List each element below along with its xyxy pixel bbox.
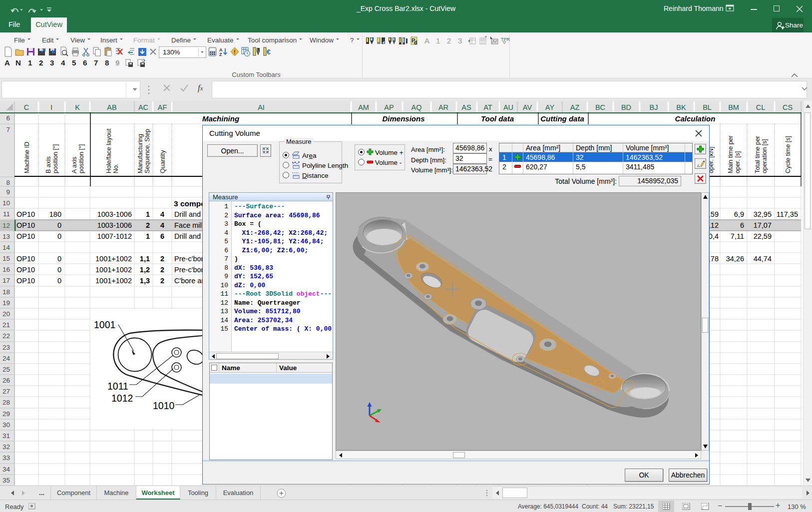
svg-text:OP10: OP10 bbox=[16, 232, 35, 240]
svg-text:6,9: 6,9 bbox=[734, 210, 744, 218]
svg-text:AU: AU bbox=[503, 103, 513, 111]
svg-text:No.: No. bbox=[112, 164, 119, 173]
svg-text:9: 9 bbox=[6, 188, 10, 196]
svg-text:29: 29 bbox=[2, 410, 10, 418]
svg-text:1007-1012: 1007-1012 bbox=[97, 232, 132, 240]
svg-text:A axis: A axis bbox=[71, 157, 78, 173]
svg-text:0: 0 bbox=[57, 232, 61, 240]
svg-text:OP10: OP10 bbox=[16, 210, 35, 218]
svg-text:20: 20 bbox=[2, 310, 10, 318]
svg-text:23: 23 bbox=[2, 344, 10, 351]
svg-text:6: 6 bbox=[740, 221, 744, 229]
svg-text:7: 7 bbox=[6, 126, 10, 133]
svg-text:OP10: OP10 bbox=[16, 221, 35, 229]
svg-text:Sequence, Step: Sequence, Step bbox=[144, 129, 151, 173]
svg-text:28: 28 bbox=[2, 399, 10, 406]
svg-text:16: 16 bbox=[2, 266, 10, 273]
svg-text:1011: 1011 bbox=[107, 381, 128, 392]
svg-text:180: 180 bbox=[49, 210, 61, 218]
svg-text:13: 13 bbox=[2, 233, 10, 240]
svg-text:Cycle time [s]: Cycle time [s] bbox=[785, 136, 792, 173]
svg-text:BC: BC bbox=[595, 103, 605, 111]
svg-text:BK: BK bbox=[676, 103, 686, 111]
svg-text:BM: BM bbox=[728, 103, 739, 111]
svg-text:33: 33 bbox=[2, 454, 10, 462]
svg-text:1,3: 1,3 bbox=[140, 277, 150, 285]
svg-text:OP10: OP10 bbox=[16, 255, 35, 263]
svg-text:1,1: 1,1 bbox=[140, 255, 150, 263]
svg-text:22: 22 bbox=[2, 332, 10, 340]
svg-text:I: I bbox=[50, 103, 52, 111]
svg-text:44,74: 44,74 bbox=[754, 255, 772, 263]
svg-text:OP10: OP10 bbox=[16, 266, 35, 274]
svg-text:AS: AS bbox=[461, 103, 471, 111]
svg-text:AV: AV bbox=[523, 103, 532, 111]
svg-text:1010: 1010 bbox=[153, 400, 175, 411]
svg-text:AY: AY bbox=[545, 103, 555, 111]
svg-text:4: 4 bbox=[160, 221, 164, 229]
svg-text:17: 17 bbox=[2, 277, 10, 284]
svg-text:AF: AF bbox=[158, 103, 167, 111]
svg-text:1,2: 1,2 bbox=[140, 266, 150, 274]
svg-text:CS: CS bbox=[783, 103, 793, 111]
svg-text:oper. [s]: oper. [s] bbox=[734, 151, 741, 173]
svg-text:Cutting data: Cutting data bbox=[540, 114, 584, 123]
svg-text:24: 24 bbox=[2, 355, 10, 362]
svg-text:1001+1002: 1001+1002 bbox=[95, 266, 132, 274]
svg-text:6: 6 bbox=[160, 232, 164, 240]
svg-text:14: 14 bbox=[2, 244, 10, 251]
svg-text:1012: 1012 bbox=[111, 393, 133, 404]
svg-text:6: 6 bbox=[6, 114, 10, 122]
svg-text:position [°]: position [°] bbox=[78, 144, 85, 173]
svg-text:AB: AB bbox=[107, 103, 116, 111]
svg-text:2: 2 bbox=[160, 266, 164, 274]
svg-text:1001+1002: 1001+1002 bbox=[95, 255, 132, 263]
svg-text:0: 0 bbox=[57, 255, 61, 263]
svg-text:30: 30 bbox=[2, 421, 10, 429]
svg-text:17,07: 17,07 bbox=[754, 221, 772, 229]
svg-text:27: 27 bbox=[2, 388, 10, 395]
svg-text:0: 0 bbox=[57, 277, 61, 285]
svg-text:Tool data: Tool data bbox=[481, 114, 514, 123]
svg-text:21: 21 bbox=[2, 321, 10, 329]
svg-text:AZ: AZ bbox=[570, 103, 580, 111]
svg-text:1003-1006: 1003-1006 bbox=[97, 221, 132, 229]
svg-text:Quantity: Quantity bbox=[159, 150, 166, 173]
svg-text:AI: AI bbox=[258, 103, 265, 111]
svg-text:34: 34 bbox=[2, 466, 10, 473]
svg-text:Machine ID: Machine ID bbox=[23, 142, 30, 173]
svg-text:1001+1002: 1001+1002 bbox=[95, 277, 132, 285]
svg-text:Total time per: Total time per bbox=[754, 136, 761, 173]
svg-text:1: 1 bbox=[146, 210, 150, 218]
svg-text:8: 8 bbox=[6, 179, 10, 186]
svg-text:22,59: 22,59 bbox=[754, 232, 772, 240]
svg-text:Face mill: Face mill bbox=[174, 221, 203, 229]
svg-text:2: 2 bbox=[160, 277, 164, 285]
svg-text:12: 12 bbox=[2, 222, 10, 229]
svg-text:15: 15 bbox=[2, 255, 10, 262]
svg-text:position [°]: position [°] bbox=[52, 144, 59, 173]
svg-text:Hole/face layout: Hole/face layout bbox=[105, 128, 112, 173]
svg-text:1: 1 bbox=[146, 232, 150, 240]
svg-text:0: 0 bbox=[57, 266, 61, 274]
svg-text:35: 35 bbox=[2, 477, 10, 484]
svg-text:BJ: BJ bbox=[650, 103, 658, 111]
svg-text:2: 2 bbox=[146, 221, 150, 229]
svg-text:AM: AM bbox=[358, 103, 369, 111]
svg-text:0,4: 0,4 bbox=[709, 232, 719, 240]
svg-text:32: 32 bbox=[2, 443, 10, 451]
svg-text:Manufacturing: Manufacturing bbox=[137, 134, 144, 173]
svg-text:Machining: Machining bbox=[202, 114, 239, 123]
svg-text:C: C bbox=[24, 103, 29, 111]
svg-text:Dimensions: Dimensions bbox=[382, 114, 424, 123]
svg-text:34,26: 34,26 bbox=[726, 255, 744, 263]
svg-text:26: 26 bbox=[2, 377, 10, 384]
svg-text:117,35: 117,35 bbox=[777, 210, 798, 218]
svg-text:AQ: AQ bbox=[411, 103, 422, 111]
svg-text:19: 19 bbox=[2, 299, 10, 307]
svg-text:Main time per: Main time per bbox=[727, 135, 734, 173]
svg-text:4: 4 bbox=[160, 210, 164, 218]
svg-text:32,95: 32,95 bbox=[754, 210, 772, 218]
svg-text:CL: CL bbox=[756, 103, 766, 111]
svg-text:BD: BD bbox=[621, 103, 631, 111]
